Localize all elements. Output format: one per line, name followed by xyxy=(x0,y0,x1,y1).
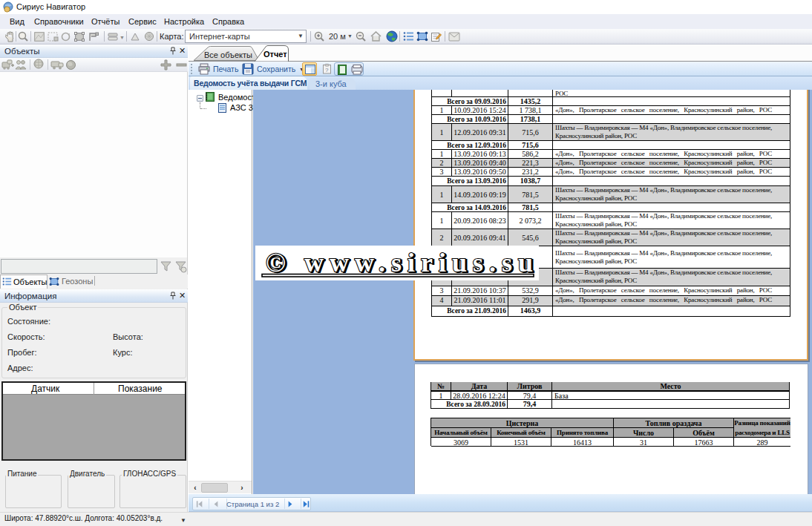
svg-text:?: ? xyxy=(325,67,329,73)
svg-text:© www.sirius.su: © www.sirius.su xyxy=(266,248,539,277)
